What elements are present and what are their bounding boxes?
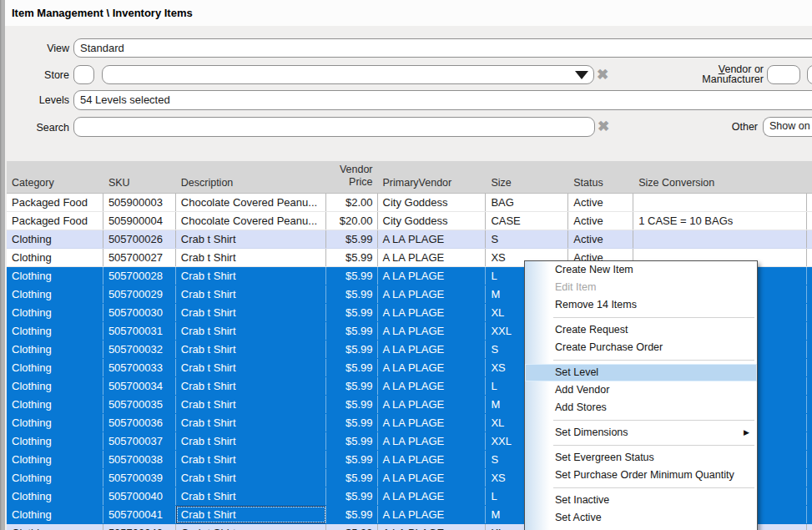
table-cell[interactable] bbox=[807, 359, 812, 376]
context-menu-item-remove-14-items[interactable]: Remove 14 Items bbox=[525, 296, 757, 314]
table-cell[interactable]: Active bbox=[568, 212, 633, 230]
table-cell[interactable]: Chocolate Covered Peanu... bbox=[176, 194, 326, 211]
table-cell[interactable]: Clothing bbox=[7, 359, 103, 376]
context-menu-item-add-stores[interactable]: Add Stores bbox=[525, 399, 757, 416]
table-cell[interactable]: $2.00 bbox=[326, 194, 378, 211]
context-menu-item-create-request[interactable]: Create Request bbox=[525, 321, 757, 339]
table-cell[interactable]: $5.99 bbox=[326, 322, 378, 340]
table-cell[interactable]: A LA PLAGE bbox=[378, 249, 487, 266]
store-clear-icon[interactable]: ✖ bbox=[597, 67, 608, 83]
context-menu-item-set-purchase-order-minimum-quantity[interactable]: Set Purchase Order Minimum Quantity bbox=[525, 467, 757, 484]
table-cell[interactable]: Crab t Shirt bbox=[176, 377, 326, 395]
context-menu-item-set-level[interactable]: Set Level bbox=[525, 364, 757, 381]
table-cell[interactable]: Crab t Shirt bbox=[176, 230, 326, 248]
table-cell[interactable]: $5.99 bbox=[326, 267, 378, 285]
table-cell[interactable]: $5.99 bbox=[326, 451, 378, 468]
table-cell[interactable]: A LA PLAGE bbox=[378, 432, 487, 450]
context-menu-item-set-evergreen-status[interactable]: Set Evergreen Status bbox=[525, 449, 757, 467]
view-input[interactable]: Standard bbox=[73, 38, 812, 58]
table-cell[interactable]: BAG bbox=[486, 194, 568, 211]
table-cell[interactable]: Crab t Shirt bbox=[176, 396, 326, 413]
column-header-primary-vendor[interactable]: PrimaryVendor bbox=[378, 177, 487, 193]
table-cell[interactable]: 505700035 bbox=[103, 396, 176, 413]
table-cell[interactable]: $5.99 bbox=[326, 285, 378, 303]
table-row[interactable]: Clothing505700026Crab t Shirt$5.99A LA P… bbox=[7, 230, 812, 249]
table-cell[interactable]: A LA PLAGE bbox=[378, 304, 487, 321]
table-cell[interactable]: 505700034 bbox=[103, 377, 176, 395]
table-cell[interactable]: Crab t Shirt bbox=[176, 469, 326, 487]
table-cell[interactable]: $5.99 bbox=[326, 249, 378, 266]
table-row[interactable]: Packaged Food505900004Chocolate Covered … bbox=[7, 212, 812, 230]
table-cell[interactable]: A LA PLAGE bbox=[378, 396, 487, 413]
table-cell[interactable]: Crab t Shirt bbox=[176, 267, 326, 285]
table-cell[interactable]: A LA PLAGE bbox=[378, 487, 487, 505]
table-cell[interactable]: A LA PLAGE bbox=[378, 230, 487, 248]
table-cell[interactable]: $5.99 bbox=[326, 524, 378, 530]
store-dropdown-arrow-icon[interactable] bbox=[575, 71, 588, 79]
column-header-category[interactable]: Category bbox=[7, 177, 103, 193]
levels-input[interactable]: 54 Levels selected bbox=[73, 90, 812, 110]
table-cell[interactable]: Crab t Shirt bbox=[176, 432, 326, 450]
table-cell[interactable]: Crab t Shirt bbox=[176, 506, 326, 523]
table-cell[interactable]: $5.99 bbox=[326, 506, 378, 523]
table-cell[interactable]: 505700041 bbox=[103, 506, 176, 523]
table-cell[interactable]: Crab t Shirt bbox=[176, 359, 326, 376]
table-cell[interactable]: 505700026 bbox=[103, 230, 176, 248]
table-cell[interactable] bbox=[633, 230, 807, 248]
table-cell[interactable]: 505700031 bbox=[103, 322, 176, 340]
column-header-vendor-price[interactable]: VendorPrice bbox=[326, 164, 378, 193]
context-menu-item-set-active[interactable]: Set Active bbox=[525, 509, 757, 527]
table-cell[interactable]: Clothing bbox=[7, 341, 103, 358]
table-cell[interactable]: City Goddess bbox=[378, 194, 487, 211]
table-cell[interactable]: Crab t Shirt bbox=[176, 285, 326, 303]
table-cell[interactable]: Crab t Shirt bbox=[176, 341, 326, 358]
table-cell[interactable]: Packaged Food bbox=[7, 194, 103, 211]
table-cell[interactable]: 505900003 bbox=[103, 194, 176, 211]
table-cell[interactable] bbox=[807, 432, 812, 450]
column-header-description[interactable]: Description bbox=[176, 177, 326, 193]
table-cell[interactable]: 505700028 bbox=[103, 267, 176, 285]
table-cell[interactable] bbox=[633, 194, 807, 211]
table-cell[interactable]: $5.99 bbox=[326, 304, 378, 321]
table-cell[interactable]: A LA PLAGE bbox=[378, 377, 487, 395]
vendor-combo[interactable] bbox=[807, 65, 812, 84]
table-cell[interactable]: A LA PLAGE bbox=[378, 359, 487, 376]
table-cell[interactable]: $5.99 bbox=[326, 469, 378, 487]
table-cell[interactable]: $5.99 bbox=[326, 487, 378, 505]
table-cell[interactable]: City Goddess bbox=[378, 212, 487, 230]
table-cell[interactable]: $5.99 bbox=[326, 432, 378, 450]
table-cell[interactable]: 505700036 bbox=[103, 414, 176, 432]
table-cell[interactable]: $20.00 bbox=[326, 212, 378, 230]
table-cell[interactable]: 505700042 bbox=[103, 524, 176, 530]
table-cell[interactable]: A LA PLAGE bbox=[378, 451, 487, 468]
table-cell[interactable]: Clothing bbox=[7, 377, 103, 395]
table-cell[interactable]: 505700040 bbox=[103, 487, 176, 505]
table-cell[interactable]: A LA PLAGE bbox=[378, 322, 487, 340]
table-cell[interactable]: 1 CASE = 10 BAGs bbox=[633, 212, 807, 230]
table-cell[interactable]: CASE bbox=[486, 212, 568, 230]
table-cell[interactable]: Clothing bbox=[7, 285, 103, 303]
table-cell[interactable]: 505900004 bbox=[103, 212, 176, 230]
table-cell[interactable]: Clothing bbox=[7, 414, 103, 432]
table-cell[interactable]: 505700032 bbox=[103, 341, 176, 358]
table-cell[interactable]: Crab t Shirt bbox=[176, 322, 326, 340]
table-cell[interactable]: Clothing bbox=[7, 487, 103, 505]
table-cell[interactable]: 505700033 bbox=[103, 359, 176, 376]
table-cell[interactable]: Crab t Shirt bbox=[176, 249, 326, 266]
table-cell[interactable]: Crab t Shirt bbox=[176, 414, 326, 432]
table-cell[interactable]: Clothing bbox=[7, 432, 103, 450]
table-cell[interactable]: Chocolate Covered Peanu... bbox=[176, 212, 326, 230]
table-cell[interactable]: Clothing bbox=[7, 249, 103, 266]
search-input[interactable] bbox=[73, 117, 595, 137]
context-menu-item-set-dimensions[interactable]: Set Dimensions▶ bbox=[525, 424, 757, 442]
table-cell[interactable]: 505700038 bbox=[103, 451, 176, 468]
table-cell[interactable]: Clothing bbox=[7, 469, 103, 487]
table-cell[interactable]: $5.99 bbox=[326, 396, 378, 413]
context-menu-item-create-new-item[interactable]: Create New Item bbox=[525, 261, 757, 279]
table-cell[interactable] bbox=[807, 304, 812, 321]
column-header-size-conversion[interactable]: Size Conversion bbox=[633, 177, 807, 193]
table-cell[interactable]: Crab t Shirt bbox=[176, 304, 326, 321]
table-cell[interactable]: S bbox=[486, 230, 568, 248]
table-cell[interactable]: 505700027 bbox=[103, 249, 176, 266]
table-cell[interactable]: 505700030 bbox=[103, 304, 176, 321]
